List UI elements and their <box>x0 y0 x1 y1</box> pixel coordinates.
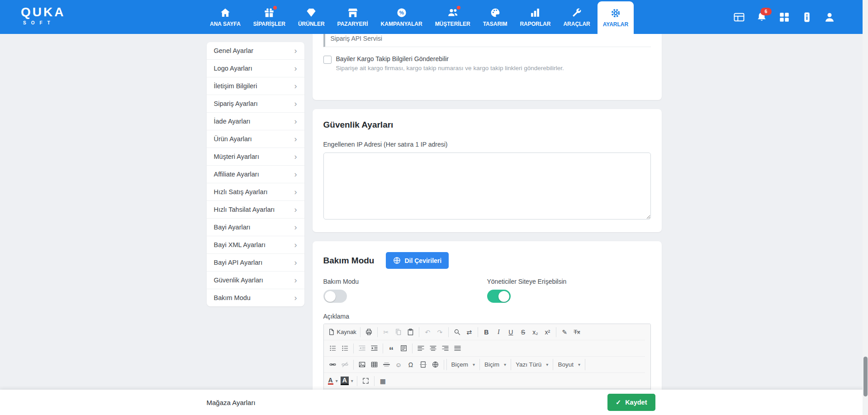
print-button[interactable] <box>363 326 375 338</box>
nav-item-araclar[interactable]: ARAÇLAR <box>558 0 595 34</box>
superscript-button[interactable]: x² <box>541 326 554 338</box>
maintenance-toggle-group: Bakım Modu <box>323 278 487 303</box>
align-center-button[interactable] <box>427 342 439 354</box>
sidebar-item-label: Genel Ayarlar <box>214 47 254 54</box>
maintenance-toggle-label: Bakım Modu <box>323 278 487 285</box>
cargo-tracking-checkbox[interactable] <box>323 56 332 64</box>
font-dropdown[interactable]: Yazı Türü ▾ <box>511 359 553 370</box>
text-color-button[interactable]: A ▾ <box>327 375 339 387</box>
blocked-ip-textarea[interactable] <box>323 153 651 219</box>
size-dropdown[interactable]: Boyut ▾ <box>553 359 585 370</box>
apps-grid-icon[interactable] <box>778 11 790 23</box>
security-settings-card: Güvenlik Ayarları Engellenen IP Adresi (… <box>313 109 662 232</box>
nav-item-kampanyalar[interactable]: % KAMPANYALAR <box>375 0 428 34</box>
copy-button[interactable] <box>392 326 404 338</box>
align-left-button[interactable] <box>415 342 427 354</box>
align-justify-button[interactable] <box>451 342 464 354</box>
link-button[interactable] <box>327 358 339 371</box>
gear-icon <box>610 8 621 19</box>
copy-formatting-button[interactable]: ✎ <box>559 326 571 338</box>
notification-dot <box>273 6 277 10</box>
sidebar-item-iade-ayarlari[interactable]: İade Ayarları› <box>207 113 304 130</box>
replace-button[interactable]: ⇄ <box>463 326 475 338</box>
nav-utility-icons: 6 <box>733 0 835 34</box>
italic-button[interactable]: I <box>493 326 505 338</box>
horizontal-line-button[interactable] <box>380 358 393 371</box>
sidebar-item-iletisim-bilgileri[interactable]: İletişim Bilgileri› <box>207 77 304 95</box>
sidebar-item-genel-ayarlar[interactable]: Genel Ayarlar› <box>207 42 304 60</box>
admin-access-toggle[interactable] <box>487 290 511 303</box>
align-right-button[interactable] <box>439 342 451 354</box>
bulleted-list-button[interactable] <box>339 342 351 354</box>
image-button[interactable] <box>356 358 368 371</box>
underline-button[interactable]: U <box>505 326 517 338</box>
bell-icon[interactable]: 6 <box>756 11 768 23</box>
svg-text:%: % <box>399 10 404 15</box>
toolbar-separator <box>419 327 419 337</box>
nav-item-ayarlar[interactable]: AYARLAR <box>598 1 634 34</box>
brand-logo[interactable]: QUKA SOFT <box>21 6 65 25</box>
nav-item-ana-sayfa[interactable]: ANA SAYFA <box>204 0 246 34</box>
source-button[interactable]: Kaynak <box>327 326 358 338</box>
table-button[interactable] <box>368 358 380 371</box>
toolbar-separator <box>383 343 383 353</box>
special-char-button[interactable]: Ω <box>405 358 417 371</box>
cut-button[interactable]: ✂ <box>380 326 392 338</box>
decrease-indent-button[interactable] <box>356 342 368 354</box>
language-translations-button[interactable]: Dil Çevirileri <box>386 252 449 269</box>
format-dropdown[interactable]: Biçim ▾ <box>480 359 511 370</box>
sidebar-item-bakim-modu[interactable]: Bakım Modu› <box>207 289 304 306</box>
page-break-button[interactable] <box>417 358 429 371</box>
table-icon[interactable] <box>733 11 745 23</box>
chevron-right-icon: › <box>294 153 297 161</box>
save-button[interactable]: ✓ Kaydet <box>607 394 655 411</box>
div-container-button[interactable] <box>398 342 410 354</box>
sidebar-item-bayi-xml-ayarlari[interactable]: Bayi XML Ayarları› <box>207 236 304 254</box>
sidebar-item-bayi-api-ayarlari[interactable]: Bayi API Ayarları› <box>207 254 304 272</box>
nav-item-tasarim[interactable]: TASARIM <box>478 0 513 34</box>
dropdown-label: Yazı Türü <box>516 361 541 368</box>
unlink-button[interactable] <box>339 358 351 371</box>
nav-item-siparisler[interactable]: SİPARİŞLER <box>248 0 291 34</box>
iframe-button[interactable] <box>429 358 441 371</box>
nav-item-urunler[interactable]: ÜRÜNLER <box>293 0 330 34</box>
sidebar-item-urun-ayarlari[interactable]: Ürün Ayarları› <box>207 130 304 148</box>
maximize-button[interactable] <box>360 375 372 387</box>
sidebar-item-siparis-ayarlari[interactable]: Sipariş Ayarları› <box>207 95 304 113</box>
redo-button[interactable]: ↷ <box>434 326 446 338</box>
nav-item-label: TASARIM <box>483 21 508 27</box>
scrollbar-thumb[interactable] <box>863 357 868 396</box>
chevron-right-icon: › <box>294 47 297 55</box>
blockquote-button[interactable]: “ <box>385 342 398 354</box>
find-button[interactable] <box>451 326 463 338</box>
sidebar-item-affiliate-ayarlari[interactable]: Affiliate Ayarları› <box>207 166 304 183</box>
paste-button[interactable] <box>404 326 417 338</box>
sidebar-item-hizli-tahsilat-ayarlari[interactable]: Hızlı Tahsilat Ayarları› <box>207 201 304 219</box>
sidebar-item-logo-ayarlari[interactable]: Logo Ayarları› <box>207 60 304 77</box>
numbered-list-button[interactable] <box>327 342 339 354</box>
strikethrough-button[interactable]: S <box>517 326 529 338</box>
smiley-button[interactable]: ☺ <box>393 358 405 371</box>
nav-item-musteriler[interactable]: MÜŞTERİLER <box>430 0 476 34</box>
sidebar-item-guvenlik-ayarlari[interactable]: Güvenlik Ayarları› <box>207 272 304 289</box>
nav-item-raporlar[interactable]: RAPORLAR <box>514 0 556 34</box>
sidebar-item-bayi-ayarlari[interactable]: Bayi Ayarları› <box>207 219 304 236</box>
maintenance-mode-toggle[interactable] <box>323 290 347 303</box>
page-scrollbar[interactable] <box>863 0 868 415</box>
bold-button[interactable]: B <box>480 326 493 338</box>
show-blocks-button[interactable]: ▦ <box>377 375 389 387</box>
sidebar-item-hizli-satis-ayarlari[interactable]: Hızlı Satış Ayarları› <box>207 183 304 201</box>
subscript-button[interactable]: x₂ <box>529 326 541 338</box>
sidebar-item-label: Hızlı Satış Ayarları <box>214 188 268 196</box>
main-menu: ANA SAYFA SİPARİŞLER ÜRÜNLER PAZARYERİ % <box>204 0 634 34</box>
styles-dropdown[interactable]: Biçem ▾ <box>446 359 480 370</box>
remove-format-button[interactable]: Tx <box>571 326 583 338</box>
sidebar-item-musteri-ayarlari[interactable]: Müşteri Ayarları› <box>207 148 304 166</box>
bg-color-button[interactable]: A ▾ <box>339 375 355 387</box>
nav-item-pazaryeri[interactable]: PAZARYERİ <box>332 0 374 34</box>
chevron-right-icon: › <box>294 100 297 108</box>
increase-indent-button[interactable] <box>368 342 380 354</box>
undo-button[interactable]: ↶ <box>422 326 434 338</box>
info-icon[interactable] <box>801 11 813 23</box>
user-icon[interactable] <box>824 11 835 23</box>
